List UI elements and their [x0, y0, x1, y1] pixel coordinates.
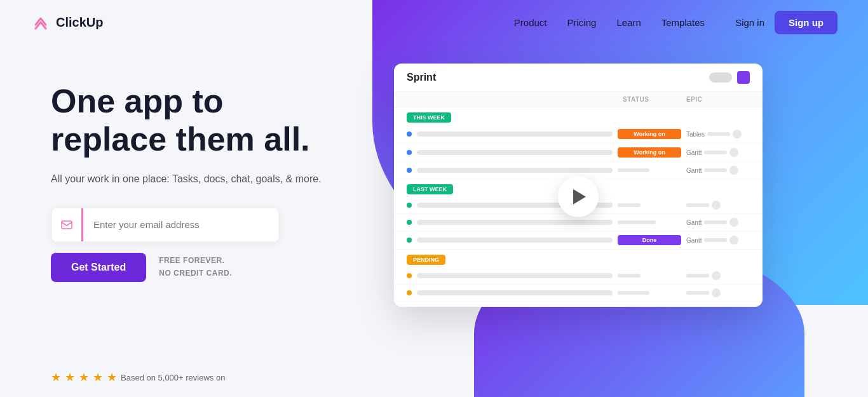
row-dot — [407, 150, 412, 155]
play-icon — [573, 189, 586, 204]
nav-links: Product Pricing Learn Templates — [514, 17, 705, 28]
row-dot — [407, 220, 412, 225]
col-status-header: STATUS — [623, 96, 686, 103]
nav-templates[interactable]: Templates — [661, 17, 705, 28]
row-dot — [407, 238, 412, 243]
email-input[interactable] — [83, 210, 278, 239]
nav-product[interactable]: Product — [514, 17, 547, 28]
status-badge: Working on — [618, 129, 681, 139]
toggle-bar — [709, 72, 732, 83]
nav-learn[interactable]: Learn — [616, 17, 641, 28]
logo-icon — [31, 12, 51, 32]
nav-pricing[interactable]: Pricing — [567, 17, 597, 28]
app-header: Sprint — [394, 64, 763, 92]
hero-left: One app to replace them all. All your wo… — [51, 70, 356, 282]
row-dot — [407, 131, 412, 137]
hero-title: One app to replace them all. — [51, 83, 356, 159]
col-epic-header: EPIC — [686, 96, 750, 103]
email-icon — [61, 220, 72, 229]
free-text: FREE FOREVER. NO CREDIT CARD. — [159, 255, 232, 279]
status-badge: Done — [618, 235, 681, 245]
reviews-row: ★ ★ ★ ★ ★ Based on 5,000+ reviews on — [51, 370, 225, 384]
app-controls — [709, 71, 750, 84]
table-row: Working on Gantt — [394, 144, 763, 162]
hero-right: Sprint STATUS EPIC THIS WEEK Working on … — [394, 70, 763, 307]
purple-dot — [737, 71, 750, 84]
star-1: ★ — [51, 370, 61, 384]
logo[interactable]: ClickUp — [31, 12, 103, 32]
svg-rect-0 — [62, 221, 72, 229]
table-row: Done Gantt — [394, 231, 763, 250]
app-title: Sprint — [407, 72, 436, 83]
get-started-button[interactable]: Get Started — [51, 253, 146, 282]
section-this-week-tag: THIS WEEK — [407, 112, 451, 123]
signup-button[interactable]: Sign up — [775, 11, 837, 34]
navbar: ClickUp Product Pricing Learn Templates … — [0, 0, 868, 44]
signin-button[interactable]: Sign in — [735, 17, 764, 28]
cta-row: Get Started FREE FOREVER. NO CREDIT CARD… — [51, 253, 356, 282]
table-row — [394, 285, 763, 302]
section-pending-tag: PENDING — [407, 255, 445, 265]
row-dot — [407, 168, 412, 173]
table-row: Working on Tables — [394, 125, 763, 144]
play-button[interactable] — [558, 176, 599, 217]
reviews-text: Based on 5,000+ reviews on — [121, 373, 225, 382]
table-header: STATUS EPIC — [394, 92, 763, 107]
nav-actions: Sign in Sign up — [735, 11, 837, 34]
row-dot — [407, 273, 412, 278]
status-badge: Working on — [618, 147, 681, 158]
email-form — [51, 207, 280, 243]
email-icon-wrap — [52, 208, 83, 241]
table-row — [394, 267, 763, 285]
star-4: ★ — [93, 370, 103, 384]
row-dot — [407, 290, 412, 295]
hero-section: One app to replace them all. All your wo… — [0, 44, 868, 307]
star-5: ★ — [107, 370, 117, 384]
hero-subtitle: All your work in one place: Tasks, docs,… — [51, 172, 356, 187]
section-last-week-tag: LAST WEEK — [407, 184, 453, 194]
star-2: ★ — [65, 370, 75, 384]
brand-name: ClickUp — [56, 15, 103, 30]
row-dot — [407, 203, 412, 208]
star-3: ★ — [79, 370, 89, 384]
